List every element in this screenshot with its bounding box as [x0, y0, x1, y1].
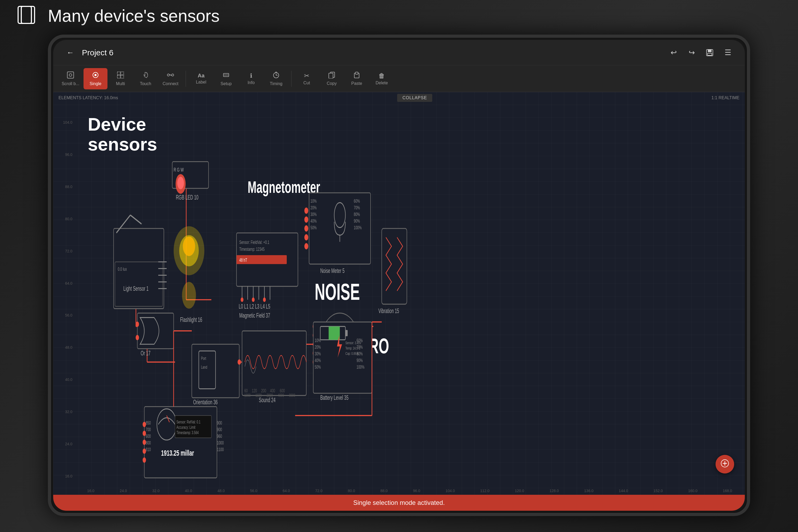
svg-rect-137 — [345, 330, 348, 336]
svg-rect-9 — [117, 72, 120, 75]
svg-point-131 — [318, 341, 322, 347]
tool-copy[interactable]: Copy — [320, 68, 344, 89]
tool-paste[interactable]: Paste — [345, 68, 369, 89]
svg-text:4000: 4000 — [278, 393, 284, 398]
svg-text:810: 810 — [146, 446, 151, 452]
svg-point-45 — [304, 243, 308, 249]
delete-label: Delete — [376, 81, 388, 86]
svg-text:90%: 90% — [357, 358, 363, 363]
svg-text:850: 850 — [146, 420, 151, 425]
back-button[interactable]: ← — [64, 46, 77, 59]
svg-rect-66 — [172, 162, 209, 188]
svg-text:Sensor: FieldVal: +0.1: Sensor: FieldVal: +0.1 — [240, 240, 269, 245]
svg-text:600: 600 — [146, 433, 151, 439]
svg-rect-136 — [329, 326, 340, 340]
svg-text:1000: 1000 — [217, 440, 224, 445]
svg-point-129 — [329, 326, 351, 362]
svg-rect-77 — [236, 233, 298, 286]
svg-point-71 — [175, 174, 186, 194]
svg-text:Orientation 36: Orientation 36 — [193, 399, 217, 406]
circuit-svg: 0.0 lux Light Sensor 1 Or 17 — [75, 104, 745, 487]
svg-rect-116 — [242, 331, 306, 396]
svg-text:Temp: 24.5 C: Temp: 24.5 C — [345, 346, 360, 350]
svg-point-69 — [179, 235, 199, 266]
outer-wrapper: Many device's sensors ← Project 6 ↩ ↪ — [0, 0, 798, 532]
svg-text:900: 900 — [217, 427, 222, 432]
tool-label[interactable]: Aa Label — [189, 68, 213, 89]
svg-point-171 — [142, 431, 146, 436]
svg-text:50%: 50% — [315, 364, 321, 370]
svg-point-43 — [304, 225, 308, 231]
tool-delete[interactable]: 🗑 Delete — [370, 68, 394, 89]
scroll-icon — [67, 71, 74, 80]
tool-setup[interactable]: Setup — [214, 68, 238, 89]
toolbar: Scroll b... Single — [53, 65, 745, 92]
svg-point-14 — [172, 74, 174, 76]
undo-button[interactable]: ↩ — [667, 46, 680, 59]
svg-point-174 — [142, 457, 146, 462]
svg-point-39 — [313, 350, 317, 356]
svg-text:100%: 100% — [357, 364, 365, 370]
svg-point-70 — [183, 236, 195, 256]
svg-line-154 — [167, 416, 170, 422]
svg-text:20%: 20% — [315, 344, 321, 349]
fab-icon — [720, 459, 730, 470]
svg-text:200: 200 — [261, 388, 266, 393]
tool-cut[interactable]: ✂ Cut — [295, 68, 319, 89]
svg-text:Magnetic Field 37: Magnetic Field 37 — [240, 312, 270, 319]
svg-text:Vibration 15: Vibration 15 — [378, 307, 399, 314]
svg-rect-62 — [137, 313, 174, 349]
canvas-area[interactable]: ELEMENTS LATENCY: 16.0ms COLLAPSE 1:1 RE… — [53, 92, 745, 495]
tool-multi[interactable]: Multi — [109, 68, 132, 89]
svg-point-40 — [313, 359, 317, 365]
svg-text:900: 900 — [217, 420, 222, 425]
tool-timing[interactable]: Timing — [264, 68, 288, 89]
title-line2: sensors — [88, 134, 157, 154]
svg-text:20%: 20% — [310, 205, 317, 210]
svg-point-50 — [366, 243, 370, 249]
collapse-button[interactable]: COLLAPSE — [397, 94, 432, 102]
tool-touch[interactable]: Touch — [134, 68, 157, 89]
page-header: Many device's sensors — [0, 0, 798, 32]
paste-label: Paste — [352, 81, 362, 86]
svg-text:400: 400 — [270, 388, 275, 393]
info-icon: ℹ — [250, 72, 252, 79]
connect-label: Connect — [163, 81, 178, 86]
svg-text:Noise Meter 5: Noise Meter 5 — [320, 267, 345, 274]
svg-text:Sensor: 3.45V: Sensor: 3.45V — [345, 341, 361, 345]
tablet-icon — [16, 5, 37, 26]
svg-point-8 — [94, 74, 97, 76]
svg-rect-108 — [382, 228, 407, 304]
redo-button[interactable]: ↪ — [685, 46, 698, 59]
svg-point-153 — [157, 409, 177, 440]
svg-point-94 — [334, 203, 345, 228]
fab-button[interactable] — [716, 455, 734, 474]
svg-text:Sound 24: Sound 24 — [259, 396, 276, 403]
timing-icon — [272, 71, 280, 80]
svg-line-53 — [130, 215, 141, 224]
menu-button[interactable]: ☰ — [721, 46, 734, 59]
svg-text:1100: 1100 — [217, 446, 224, 452]
svg-text:90%: 90% — [354, 218, 360, 224]
tool-single[interactable]: Single — [83, 68, 108, 89]
svg-point-128 — [320, 313, 359, 375]
nav-actions: ↩ ↪ ☰ — [667, 46, 734, 59]
svg-text:R G W: R G W — [174, 167, 184, 173]
svg-point-41 — [304, 208, 308, 214]
tool-info[interactable]: ℹ Info — [239, 68, 263, 89]
svg-rect-10 — [121, 72, 124, 75]
device-sensors-title: Device sensors — [88, 114, 157, 154]
svg-text:Flashlight 16: Flashlight 16 — [180, 316, 202, 323]
svg-rect-24 — [355, 72, 358, 74]
multi-label: Multi — [116, 81, 125, 86]
tool-scroll[interactable]: Scroll b... — [58, 68, 82, 89]
svg-point-130 — [333, 333, 347, 355]
svg-line-52 — [116, 215, 131, 233]
svg-text:70%: 70% — [357, 344, 363, 349]
save-button[interactable] — [703, 46, 716, 59]
svg-text:50%: 50% — [310, 225, 317, 230]
svg-text:30%: 30% — [310, 211, 317, 217]
delete-icon: 🗑 — [379, 72, 385, 79]
status-bar: Single selection mode activated. — [53, 495, 745, 511]
tool-connect[interactable]: Connect — [158, 68, 183, 89]
